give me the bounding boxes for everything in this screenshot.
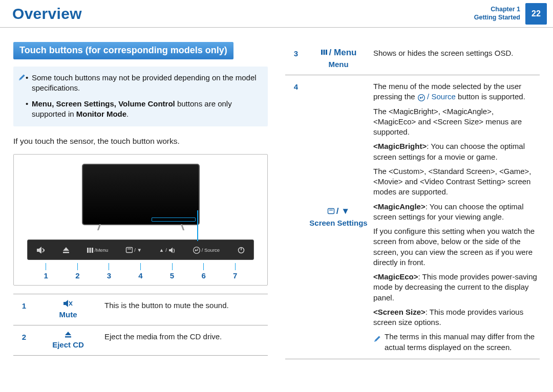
page-number-badge: 22 bbox=[525, 3, 547, 25]
table-row: 4 / ▼ Screen Settings The menu of the mo… bbox=[285, 75, 540, 359]
touch-strip-highlight bbox=[152, 217, 196, 222]
bar-screen-icon: / ▼ bbox=[125, 247, 142, 253]
left-column: Touch buttons (for corresponding models … bbox=[13, 42, 268, 359]
callout-line bbox=[197, 210, 198, 241]
right-column: 3 / Menu Menu Shows or hides the screen … bbox=[285, 42, 540, 359]
note-bold-tail: Monitor Mode bbox=[76, 110, 126, 118]
bar-menu-icon: /Menu bbox=[87, 247, 108, 253]
section-label: Getting Started bbox=[474, 14, 520, 22]
row-number: 3 bbox=[285, 42, 307, 75]
row-label: / Menu Menu bbox=[307, 42, 370, 75]
idx-num: 4 bbox=[138, 263, 142, 280]
row-number: 2 bbox=[13, 325, 35, 355]
page-header: Overview Chapter 1 Getting Started 22 bbox=[0, 0, 553, 28]
row-number: 4 bbox=[285, 75, 307, 359]
row-label: / ▼ Screen Settings bbox=[307, 75, 370, 359]
section-heading: Touch buttons (for corresponding models … bbox=[13, 42, 233, 59]
idx-num: 3 bbox=[107, 263, 111, 280]
row-label: Mute bbox=[35, 294, 101, 325]
idx-num: 1 bbox=[44, 263, 48, 280]
monitor-illustration bbox=[82, 164, 200, 230]
bar-mute-icon bbox=[36, 246, 45, 253]
terms-note: The terms in this manual may differ from… bbox=[373, 332, 538, 353]
idx-num: 7 bbox=[233, 263, 237, 280]
button-table-right: 3 / Menu Menu Shows or hides the screen … bbox=[285, 42, 540, 359]
row-label-text: Screen Settings bbox=[309, 219, 367, 228]
bullet-icon: • bbox=[26, 73, 28, 83]
row-label-text: Mute bbox=[59, 310, 77, 320]
page-title: Overview bbox=[12, 5, 82, 23]
source-button-inline: / Source bbox=[417, 92, 456, 101]
note-bold-lead: Menu, Screen Settings, Volume Control bbox=[32, 99, 175, 108]
row-desc: This is the button to mute the sound. bbox=[101, 294, 268, 325]
header-right: Chapter 1 Getting Started 22 bbox=[474, 0, 553, 27]
mute-icon bbox=[63, 299, 73, 308]
row-desc: The menu of the mode selected by the use… bbox=[370, 75, 540, 359]
pencil-icon bbox=[18, 72, 26, 82]
note-text: . bbox=[126, 110, 129, 118]
row-label: Eject CD bbox=[35, 325, 101, 355]
eject-icon bbox=[64, 331, 73, 338]
table-row: 1 Mute This is the button to mute the so… bbox=[13, 294, 268, 325]
button-index-row: 1 2 3 4 5 6 7 bbox=[30, 263, 251, 280]
note-text: Some touch buttons may not be provided d… bbox=[32, 73, 257, 92]
intro-line: If you touch the sensor, the touch butto… bbox=[13, 137, 268, 146]
row-label-text: Menu bbox=[328, 60, 348, 70]
bar-power-icon bbox=[237, 246, 245, 254]
chapter-label: Chapter 1 bbox=[474, 6, 520, 14]
bar-volume-icon: ▲/ bbox=[159, 247, 175, 253]
row-label-text: Eject CD bbox=[52, 340, 84, 350]
button-table-left: 1 Mute This is the button to mute the so… bbox=[13, 294, 268, 356]
idx-num: 6 bbox=[201, 263, 205, 280]
touch-button-diagram: /Menu / ▼ ▲/ / Source 1 2 3 4 5 6 7 bbox=[13, 154, 268, 286]
touch-button-bar: /Menu / ▼ ▲/ / Source bbox=[27, 239, 254, 260]
row-desc: Shows or hides the screen settings OSD. bbox=[370, 42, 540, 75]
screen-settings-icon: / ▼ bbox=[327, 206, 350, 216]
table-row: 3 / Menu Menu Shows or hides the screen … bbox=[285, 42, 540, 75]
bar-source-icon: / Source bbox=[193, 246, 220, 254]
pencil-icon bbox=[373, 333, 381, 343]
idx-num: 2 bbox=[75, 263, 79, 280]
table-row: 2 Eject CD Eject the media from the CD d… bbox=[13, 325, 268, 356]
info-note-box: • Some touch buttons may not be provided… bbox=[13, 67, 268, 126]
menu-icon: / Menu bbox=[321, 47, 357, 58]
note-item: • Some touch buttons may not be provided… bbox=[32, 73, 261, 94]
idx-num: 5 bbox=[170, 263, 174, 280]
note-item: • Menu, Screen Settings, Volume Control … bbox=[32, 99, 261, 120]
row-desc: Eject the media from the CD drive. bbox=[101, 325, 268, 355]
chapter-block: Chapter 1 Getting Started bbox=[474, 6, 520, 21]
bullet-icon: • bbox=[26, 99, 28, 109]
row-number: 1 bbox=[13, 294, 35, 325]
bar-eject-icon bbox=[62, 246, 69, 253]
